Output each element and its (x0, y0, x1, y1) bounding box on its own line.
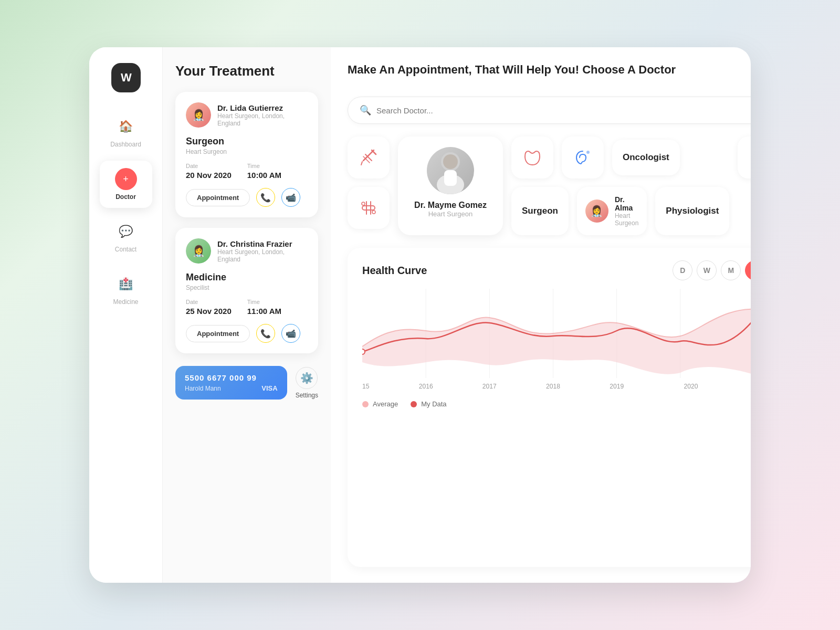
sidebar-item-doctor[interactable]: + Doctor (100, 161, 152, 208)
featured-doctor-specialty: Heart Surgeon (428, 210, 473, 218)
payment-row: Harold Mann VISA (185, 384, 278, 392)
hc-tabs: D W M Y (673, 260, 751, 280)
sidebar-label-medicine: Medicine (113, 298, 138, 306)
medicine-icon: 🏥 (115, 273, 137, 295)
physiologist-label[interactable]: Physiologist (655, 187, 729, 235)
svg-point-23 (362, 349, 365, 354)
sidebar-item-medicine[interactable]: 🏥 Medicine (100, 266, 152, 313)
right-icons-top: Oncologist (511, 136, 729, 178)
extra-icons (738, 136, 751, 235)
phone-icon-1[interactable]: 📞 (256, 188, 275, 207)
category-tools[interactable] (348, 187, 390, 229)
date-group-1: Date 20 Nov 2020 (186, 163, 232, 180)
settings-icon: ⚙️ (296, 367, 318, 389)
phone-icon-2[interactable]: 📞 (256, 324, 275, 343)
payment-number: 5500 6677 000 99 (185, 373, 278, 382)
category-syringe[interactable] (348, 136, 390, 178)
payment-card[interactable]: 5500 6677 000 99 Harold Mann VISA (175, 366, 287, 400)
legend-dot-average (362, 401, 369, 407)
svg-text:2020: 2020 (684, 383, 698, 390)
featured-doctor-card[interactable]: Dr. Mayme Gomez Heart Surgeon (398, 136, 503, 235)
legend-average: Average (362, 400, 398, 408)
svg-point-14 (586, 151, 590, 154)
svg-rect-5 (362, 206, 375, 210)
appointment-button-2[interactable]: Appointment (186, 325, 250, 342)
legend-dot-mydata (411, 401, 417, 407)
doctor-sub-1: Heart Surgeon, London, England (217, 112, 308, 127)
svg-point-12 (443, 154, 458, 169)
date-value-2: 25 Nov 2020 (186, 307, 232, 316)
svg-text:2017: 2017 (482, 383, 497, 390)
dr-alma-info: Dr. Alma Heart Surgeon (615, 195, 638, 227)
category-right-area: Oncologist Surgeon 👩‍⚕️ Dr. Alma Heart S… (511, 136, 729, 235)
search-input[interactable] (376, 106, 751, 115)
time-value-1: 10:00 AM (247, 171, 281, 180)
sidebar-label-contact: Contact (115, 246, 136, 253)
oncologist-label[interactable]: Oncologist (612, 140, 680, 175)
main-container: W 🏠 Dashboard + Doctor 💬 Contact 🏥 Medic… (89, 47, 751, 583)
doctor-avatar-1: 👩‍⚕️ (186, 102, 211, 128)
doctor-info-1: Dr. Lida Gutierrez Heart Surgeon, London… (217, 103, 308, 127)
search-bar[interactable]: 🔍 (348, 97, 751, 124)
date-value-1: 20 Nov 2020 (186, 171, 232, 180)
appointment-button-1[interactable]: Appointment (186, 189, 250, 206)
category-stomach[interactable] (511, 136, 553, 178)
doctor-header-2: 👩‍⚕️ Dr. Christina Frazier Heart Surgeon… (186, 238, 308, 264)
sidebar-label-dashboard: Dashboard (110, 141, 141, 148)
time-label-2: Time (247, 299, 281, 305)
hc-header: Health Curve D W M Y (362, 260, 751, 280)
health-curve-section: Health Curve D W M Y (348, 248, 751, 567)
time-group-2: Time 11:00 AM (247, 299, 281, 316)
specialty-sub-1: Heart Surgeon (186, 148, 308, 155)
sidebar-label-doctor: Doctor (116, 193, 136, 201)
tab-y[interactable]: Y (745, 260, 751, 280)
date-label-1: Date (186, 163, 232, 169)
svg-text:2019: 2019 (610, 383, 624, 390)
date-group-2: Date 25 Nov 2020 (186, 299, 232, 316)
sidebar-item-dashboard[interactable]: 🏠 Dashboard (100, 108, 152, 155)
video-icon-2[interactable]: 📹 (281, 324, 300, 343)
hc-chart: 2015 2016 2017 2018 2019 2020 (362, 289, 751, 394)
legend-mydata: My Data (411, 400, 446, 408)
payment-name: Harold Mann (185, 385, 221, 392)
date-label-2: Date (186, 299, 232, 305)
svg-text:2015: 2015 (362, 383, 370, 390)
time-value-2: 11:00 AM (247, 307, 281, 316)
specialty-label-2: Medicine (186, 272, 308, 283)
sidebar-item-contact[interactable]: 💬 Contact (100, 213, 152, 260)
time-label-1: Time (247, 163, 281, 169)
category-ear[interactable] (562, 136, 604, 178)
svg-rect-13 (444, 170, 457, 186)
doctor-card-1: 👩‍⚕️ Dr. Lida Gutierrez Heart Surgeon, L… (175, 92, 318, 217)
surgeon-label[interactable]: Surgeon (511, 187, 569, 235)
svg-text:2016: 2016 (419, 383, 433, 390)
tab-d[interactable]: D (673, 260, 692, 280)
tab-m[interactable]: M (721, 260, 741, 280)
bottom-bar: 5500 6677 000 99 Harold Mann VISA ⚙️ Set… (175, 366, 318, 400)
dr-alma-card[interactable]: 👩‍⚕️ Dr. Alma Heart Surgeon (577, 187, 647, 235)
svg-line-0 (363, 150, 374, 161)
hc-legend: Average My Data (362, 400, 751, 408)
legend-label-average: Average (373, 400, 398, 408)
featured-doctor-avatar (427, 147, 474, 194)
doctor-info-2: Dr. Christina Frazier Heart Surgeon, Lon… (217, 239, 308, 263)
right-panel: Make An Appointment, That Will Help You!… (331, 47, 751, 583)
right-content-bottom: Surgeon 👩‍⚕️ Dr. Alma Heart Surgeon Phys… (511, 187, 729, 235)
settings-button[interactable]: ⚙️ Settings (296, 367, 318, 399)
specialty-label-1: Surgeon (186, 136, 308, 147)
tab-w[interactable]: W (697, 260, 717, 280)
card-actions-1: Appointment 📞 📹 (186, 188, 308, 207)
doctor-card-2: 👩‍⚕️ Dr. Christina Frazier Heart Surgeon… (175, 228, 318, 353)
doctor-avatar-2: 👩‍⚕️ (186, 238, 211, 264)
payment-type: VISA (261, 384, 277, 392)
left-panel: Your Treatment 👩‍⚕️ Dr. Lida Gutierrez H… (163, 47, 331, 583)
featured-doctor-name: Dr. Mayme Gomez (414, 201, 487, 210)
sidebar: W 🏠 Dashboard + Doctor 💬 Contact 🏥 Medic… (89, 47, 163, 583)
time-group-1: Time 10:00 AM (247, 163, 281, 180)
settings-label: Settings (296, 392, 318, 399)
video-icon-1[interactable]: 📹 (281, 188, 300, 207)
category-eye[interactable] (738, 136, 751, 178)
categories-area: Dr. Mayme Gomez Heart Surgeon (348, 136, 751, 235)
dr-alma-avatar: 👩‍⚕️ (585, 200, 608, 223)
hc-title: Health Curve (362, 265, 427, 277)
